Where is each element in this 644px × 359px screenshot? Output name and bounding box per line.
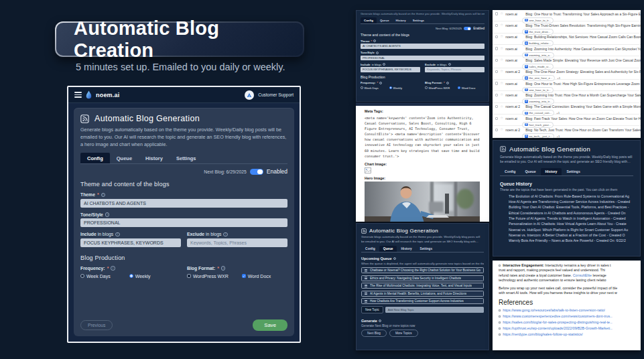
- reference-link[interactable]: https://www.customerexperiencedive.com/n…: [503, 314, 613, 318]
- info-icon[interactable]: i: [105, 212, 110, 217]
- reference-link[interactable]: https://www.gong.io/resources/labs/talk-…: [503, 308, 605, 312]
- drag-handle-icon[interactable]: [365, 292, 367, 295]
- tab-settings[interactable]: Settings: [416, 246, 437, 252]
- new-topic-input[interactable]: Add New Blog Topic: [385, 307, 484, 313]
- attachment-chip[interactable]: the_casual_con...: [522, 110, 554, 116]
- checkbox-icon[interactable]: [495, 94, 498, 96]
- tone-input[interactable]: PROFESSIONAL: [361, 56, 485, 61]
- tab-history[interactable]: History: [541, 168, 562, 175]
- checkbox-icon[interactable]: [495, 12, 498, 15]
- queue-item[interactable]: Ethics and Privacy: Navigating Data Secu…: [361, 275, 484, 281]
- history-item[interactable]: Noemai vs. Intercom: A Better Chatbot at…: [509, 232, 633, 238]
- checkbox-icon[interactable]: [495, 47, 498, 50]
- attachment-chip[interactable]: zooming_into_a...: [522, 52, 554, 58]
- consultelite-link[interactable]: ConsultElite: [573, 273, 592, 277]
- star-icon[interactable]: ☆: [500, 12, 503, 16]
- history-item[interactable]: Ethical Considerations in AI Chatbots an…: [509, 210, 633, 216]
- reference-link[interactable]: https://sailes.com/blog/ai-for-sales-pro…: [503, 320, 613, 324]
- tab-config[interactable]: Config: [80, 153, 110, 163]
- checkbox-word-docx[interactable]: Word Docx: [458, 86, 475, 90]
- star-icon[interactable]: ☆: [500, 70, 503, 74]
- history-item[interactable]: Warmly Bots Are Friendly – Noem.ai Bots …: [509, 238, 633, 243]
- reference-link[interactable]: https://upthrust.eu/wp-content/uploads/2…: [503, 326, 613, 330]
- queue-item[interactable]: Chatbase or Noemai? Choosing the Right C…: [361, 267, 484, 273]
- next-blog-button[interactable]: Next Blog: [361, 330, 387, 337]
- tab-settings[interactable]: Settings: [562, 168, 584, 175]
- tab-config[interactable]: Config: [361, 246, 379, 252]
- queue-item[interactable]: AI Agents in Mental Health: Benefits, Li…: [361, 291, 484, 297]
- star-icon[interactable]: ☆: [500, 82, 503, 86]
- queue-item[interactable]: How Chatbots Are Transforming Customer S…: [361, 298, 484, 304]
- include-input[interactable]: [80, 238, 181, 247]
- drag-handle-icon[interactable]: [365, 300, 367, 303]
- drag-handle-icon[interactable]: [365, 269, 367, 272]
- radio-week-days[interactable]: Week Days: [361, 86, 379, 90]
- tab-queue[interactable]: Queue: [520, 168, 540, 175]
- email-row[interactable]: ☆ noem.ai Blog: One Hour to Trust: How H…: [493, 80, 641, 91]
- checkbox-icon[interactable]: [495, 35, 498, 38]
- checkbox-word-docx[interactable]: Word Docx: [242, 274, 271, 279]
- history-item[interactable]: Building Your Own AI Chatbot: Essential …: [509, 204, 633, 210]
- theme-input[interactable]: AI CHATBOTS AND AGENTS: [361, 44, 485, 49]
- checkbox-icon[interactable]: [495, 24, 498, 27]
- history-item[interactable]: How AI Agents are Transforming Customer …: [509, 199, 633, 204]
- checkbox-icon[interactable]: [495, 70, 498, 73]
- star-icon[interactable]: ☆: [500, 23, 503, 27]
- history-item[interactable]: Personalization in AI Chatbots: How Virt…: [509, 221, 633, 226]
- tab-settings[interactable]: Settings: [170, 153, 203, 163]
- attachment-chip[interactable]: no_tech__just_t...: [522, 133, 554, 138]
- enabled-toggle[interactable]: [250, 169, 263, 175]
- drag-handle-icon[interactable]: [365, 277, 367, 279]
- more-topics-button[interactable]: More Topics: [389, 330, 418, 337]
- email-row[interactable]: ☆ noem.ai Blog: Fast-Track Your Sales: H…: [493, 115, 641, 126]
- tab-history[interactable]: History: [393, 17, 409, 23]
- info-icon[interactable]: i: [101, 193, 106, 198]
- drag-handle-icon[interactable]: [365, 285, 367, 287]
- star-icon[interactable]: ☆: [500, 117, 503, 121]
- avatar[interactable]: [245, 90, 254, 100]
- radio-week-days[interactable]: Week Days: [80, 274, 111, 279]
- email-row[interactable]: ☆ noem.ai Blog: Sales Made Simple: Eleva…: [493, 56, 641, 68]
- email-row[interactable]: ☆ noem.ai Blog: The Trust-Driven Sales R…: [493, 21, 641, 33]
- info-icon[interactable]: i: [115, 232, 120, 237]
- email-row[interactable]: ☆ noem.ai Blog: Zooming Into Authenticit…: [493, 45, 641, 56]
- new-topic-button[interactable]: New Topic: [361, 306, 383, 313]
- exclude-input[interactable]: Keywords, Topics, Phrases: [425, 67, 485, 72]
- tone-input[interactable]: [80, 218, 287, 227]
- radio-weekly[interactable]: Weekly: [389, 86, 402, 90]
- info-icon[interactable]: i: [111, 266, 115, 271]
- info-icon[interactable]: i: [221, 266, 226, 271]
- history-item[interactable]: The Evolution of AI Chatbots: From Rule-…: [509, 194, 633, 199]
- menu-icon[interactable]: [74, 92, 82, 98]
- history-item[interactable]: The Future of AI Agents: Trends to Watch…: [509, 216, 633, 221]
- tab-settings[interactable]: Settings: [409, 17, 428, 23]
- checkbox-wordpress-wxr[interactable]: WordPress WXR: [425, 86, 450, 90]
- history-item[interactable]: Noemai vs. HubSpot: Which Platform is Ri…: [509, 227, 633, 232]
- tab-queue[interactable]: Queue: [377, 17, 393, 23]
- save-button[interactable]: Save: [253, 319, 287, 331]
- email-row[interactable]: ☆ noem.ai Blog: Zooming Into Trust: How …: [493, 91, 641, 102]
- attachment-chip[interactable]: building_relatio...: [522, 40, 554, 46]
- attachment-chip[interactable]: the_one_hour_z...: [522, 75, 555, 81]
- checkbox-icon[interactable]: [495, 105, 498, 108]
- tab-history[interactable]: History: [139, 153, 170, 163]
- star-icon[interactable]: ☆: [500, 128, 503, 132]
- tab-config[interactable]: Config: [361, 17, 377, 23]
- star-icon[interactable]: ☆: [500, 47, 503, 51]
- attachment-chip[interactable]: one_hour_to_tr...: [522, 17, 554, 23]
- checkbox-icon[interactable]: [495, 129, 498, 131]
- star-icon[interactable]: ☆: [500, 105, 503, 109]
- attachment-chip[interactable]: sales_made_si...: [522, 64, 554, 70]
- email-row[interactable]: ☆ noem.ai Blog: Building Relationships, …: [493, 33, 641, 45]
- reference-link[interactable]: https://nerdyjoe.com/blog/sales-follow-u…: [503, 332, 583, 336]
- checkbox-icon[interactable]: [495, 59, 498, 62]
- checkbox-icon[interactable]: [495, 82, 498, 84]
- attachment-chip[interactable]: zooming_into_tr...: [522, 98, 554, 104]
- attachment-chip[interactable]: the_trust_drive...: [522, 29, 554, 35]
- checkbox-wordpress-wxr[interactable]: WordPress WXR: [187, 274, 229, 279]
- info-icon[interactable]: i: [223, 232, 228, 237]
- enabled-toggle[interactable]: [464, 27, 471, 30]
- include-input[interactable]: FOCUS KEYPHRASES, KEYWORDS: [361, 67, 420, 72]
- radio-weekly[interactable]: Weekly: [129, 274, 151, 279]
- exclude-input[interactable]: [187, 238, 287, 247]
